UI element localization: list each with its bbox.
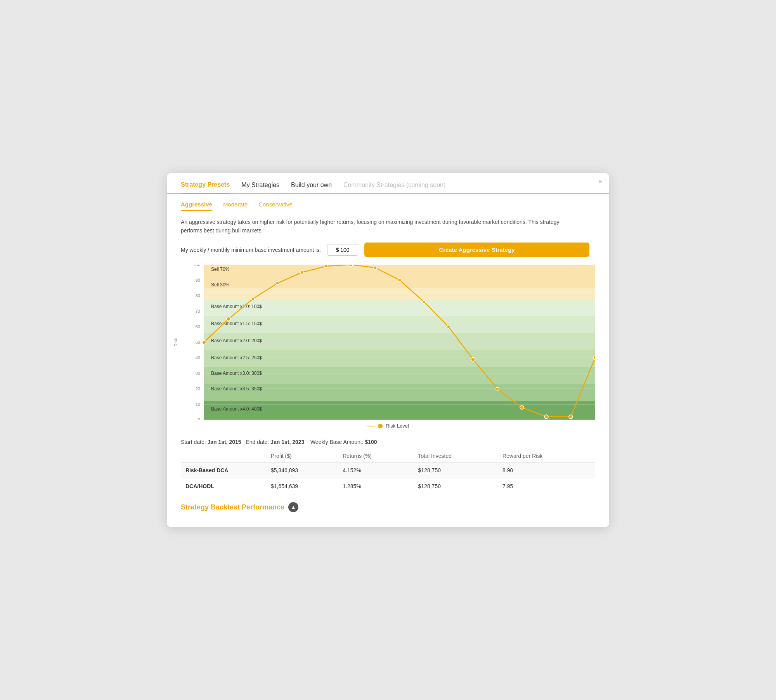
svg-point-43 — [276, 282, 279, 285]
chart-container: Risk — [181, 265, 595, 429]
backtest-title: Strategy Backtest Performance ▲ — [181, 502, 595, 512]
svg-text:30: 30 — [196, 371, 200, 376]
svg-text:Base Amount x1.0: 100$: Base Amount x1.0: 100$ — [211, 304, 262, 309]
svg-text:0: 0 — [198, 418, 200, 420]
backtest-divider — [181, 527, 595, 527]
svg-point-44 — [300, 271, 303, 274]
svg-rect-2 — [204, 299, 595, 316]
row-profit-1: $1,654,639 — [266, 478, 338, 494]
svg-point-47 — [374, 266, 377, 269]
col-header-total-invested: Total Invested — [414, 450, 498, 463]
svg-point-40 — [202, 340, 206, 344]
row-total-invested-0: $128,750 — [414, 463, 498, 478]
row-total-invested-1: $128,750 — [414, 478, 498, 494]
svg-text:90: 90 — [196, 278, 200, 282]
sub-tab-group: Aggressive Moderate Conservative — [167, 194, 609, 211]
tab-moderate[interactable]: Moderate — [223, 201, 248, 211]
stats-table: Profit ($) Returns (%) Total Invested Re… — [181, 450, 595, 494]
svg-rect-5 — [204, 350, 595, 367]
legend-label: Risk Level — [386, 423, 409, 429]
svg-text:100: 100 — [193, 265, 200, 267]
svg-point-52 — [496, 387, 499, 390]
row-returns-1: 1.285% — [338, 478, 413, 494]
close-button[interactable]: × — [598, 178, 602, 185]
strategy-description: An aggressive strategy takes on higher r… — [167, 211, 578, 239]
tab-conservative[interactable]: Conservative — [258, 201, 293, 211]
svg-text:Base Amount x3.0: 300$: Base Amount x3.0: 300$ — [211, 371, 262, 376]
table-header-row: Profit ($) Returns (%) Total Invested Re… — [181, 450, 595, 463]
col-header-returns: Returns (%) — [338, 450, 413, 463]
col-header-profit: Profit ($) — [266, 450, 338, 463]
svg-text:20: 20 — [196, 386, 200, 391]
investment-input[interactable] — [327, 244, 358, 256]
svg-point-42 — [251, 297, 255, 300]
backtest-title-text: Strategy Backtest Performance — [181, 503, 284, 511]
col-header-reward-per-risk: Reward per Risk — [498, 450, 595, 463]
y-axis-label: Risk — [173, 338, 178, 347]
row-reward-per-risk-0: 8.90 — [498, 463, 595, 478]
svg-point-48 — [398, 279, 401, 282]
svg-point-56 — [593, 356, 595, 360]
legend-dot-icon — [378, 424, 383, 428]
nav-item-build-your-own[interactable]: Build your own — [291, 182, 332, 193]
end-date: Jan 1st, 2023 — [270, 439, 304, 445]
svg-point-51 — [471, 357, 475, 361]
svg-point-50 — [447, 325, 450, 328]
table-row: Risk-Based DCA $5,346,893 4.152% $128,75… — [181, 463, 595, 478]
investment-label: My weekly / monthly minimum base investm… — [181, 247, 321, 253]
svg-point-49 — [423, 300, 426, 303]
svg-text:Sell 70%: Sell 70% — [211, 267, 230, 272]
risk-chart: 100 90 80 70 60 50 40 30 20 10 0 Sell 70… — [181, 265, 595, 420]
nav-item-community-strategies: Community Strategies (coming soon) — [343, 182, 445, 193]
legend-line-icon — [367, 426, 375, 426]
svg-text:Base Amount x1.5: 150$: Base Amount x1.5: 150$ — [211, 321, 262, 326]
col-header-name — [181, 450, 266, 463]
nav-item-my-strategies[interactable]: My Strategies — [241, 182, 279, 193]
row-profit-0: $5,346,893 — [266, 463, 338, 478]
svg-point-54 — [544, 415, 548, 419]
svg-point-41 — [227, 317, 230, 321]
svg-rect-8 — [204, 401, 595, 420]
tab-aggressive[interactable]: Aggressive — [181, 201, 212, 211]
svg-point-45 — [325, 265, 328, 268]
chart-legend: Risk Level — [181, 423, 595, 429]
stats-section: Start date: Jan 1st, 2015 End date: Jan … — [167, 433, 609, 494]
svg-text:Base Amount x4.0: 400$: Base Amount x4.0: 400$ — [211, 406, 262, 412]
svg-rect-3 — [204, 316, 595, 333]
svg-text:50: 50 — [196, 340, 200, 345]
svg-text:80: 80 — [196, 293, 200, 298]
svg-text:40: 40 — [196, 355, 200, 360]
svg-text:Base Amount x3.5: 350$: Base Amount x3.5: 350$ — [211, 386, 262, 392]
svg-text:60: 60 — [196, 324, 200, 329]
start-date: Jan 1st, 2015 — [207, 439, 241, 445]
svg-rect-6 — [204, 367, 595, 384]
svg-rect-7 — [204, 384, 595, 401]
svg-rect-0 — [204, 265, 595, 288]
svg-text:10: 10 — [196, 402, 200, 407]
investment-row: My weekly / monthly minimum base investm… — [167, 239, 609, 265]
svg-text:70: 70 — [196, 309, 200, 314]
weekly-base-amount: $100 — [365, 439, 377, 445]
row-reward-per-risk-1: 7.95 — [498, 478, 595, 494]
svg-text:Base Amount x2.5: 250$: Base Amount x2.5: 250$ — [211, 355, 262, 360]
backtest-collapse-icon[interactable]: ▲ — [288, 502, 298, 512]
main-window: × Strategy Presets My Strategies Build y… — [167, 173, 609, 528]
svg-point-55 — [569, 415, 573, 419]
create-strategy-button[interactable]: Create Aggressive Strategy — [364, 243, 589, 257]
row-name-0: Risk-Based DCA — [181, 463, 266, 478]
nav-item-strategy-presets[interactable]: Strategy Presets — [181, 181, 230, 194]
row-returns-0: 4.152% — [338, 463, 413, 478]
chart-area: Risk — [181, 265, 595, 420]
backtest-section: Strategy Backtest Performance ▲ — [167, 494, 609, 522]
top-navigation: Strategy Presets My Strategies Build you… — [167, 173, 609, 194]
svg-rect-1 — [204, 288, 595, 299]
svg-text:Base Amount x2.0: 200$: Base Amount x2.0: 200$ — [211, 338, 262, 343]
row-name-1: DCA/HODL — [181, 478, 266, 494]
svg-rect-4 — [204, 333, 595, 350]
svg-point-46 — [349, 265, 353, 267]
table-row: DCA/HODL $1,654,639 1.285% $128,750 7.95 — [181, 478, 595, 494]
stats-dates: Start date: Jan 1st, 2015 End date: Jan … — [181, 439, 595, 445]
svg-text:Sell 30%: Sell 30% — [211, 282, 230, 288]
svg-point-53 — [520, 405, 524, 409]
